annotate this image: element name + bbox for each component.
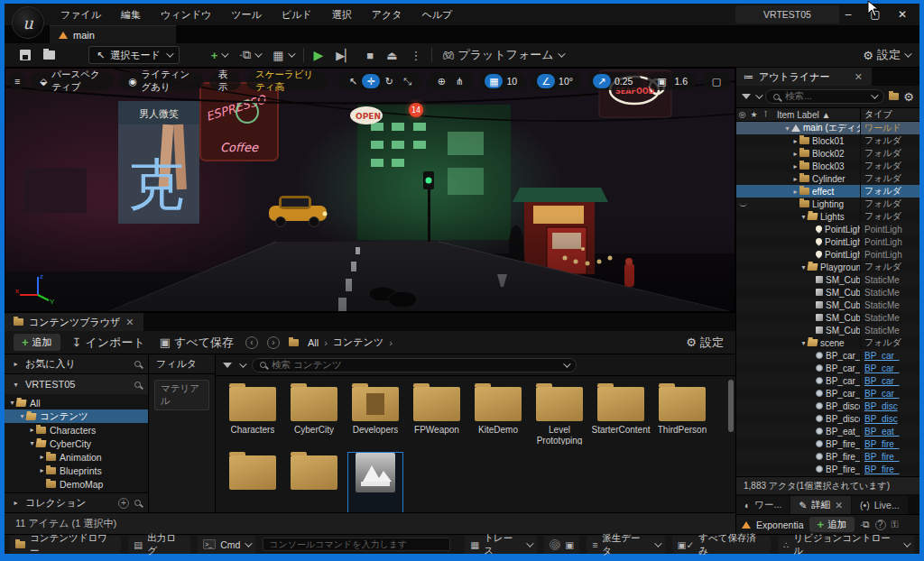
- asset-item-folder-Characters[interactable]: Characters: [225, 383, 281, 448]
- outliner-row[interactable]: BP_car_fly_bBP_car_: [736, 349, 919, 362]
- tab-world-settings[interactable]: ◐ ワー...: [736, 496, 790, 514]
- rotate-tool-button[interactable]: ↻: [380, 74, 398, 88]
- cmd-dropdown[interactable]: >_ Cmd: [198, 536, 255, 554]
- back-icon[interactable]: ‹: [245, 336, 258, 349]
- menu-ウィンドウ[interactable]: ウィンドウ: [152, 6, 220, 23]
- select-mode-dropdown[interactable]: ↖ 選択モード: [88, 46, 180, 64]
- stop-button[interactable]: ■: [364, 49, 376, 62]
- folder-tree-item-CyberCity[interactable]: ▾CyberCity: [5, 437, 148, 450]
- outliner-row[interactable]: ▾sceneフォルダ: [736, 336, 919, 349]
- asset-item-folder-KiteDemo[interactable]: KiteDemo: [470, 383, 526, 448]
- breadcrumb-root[interactable]: All: [308, 337, 319, 348]
- expand-arrow-icon[interactable]: ▸: [791, 150, 799, 158]
- level-viewport[interactable]: ESPRESSO Coffee 男人微笑 克: [5, 68, 735, 312]
- type-column[interactable]: タイプ: [860, 108, 919, 121]
- asset-item-folder-Developers[interactable]: Developers: [347, 383, 403, 448]
- outliner-row[interactable]: SM_Cube6StaticMe: [736, 324, 919, 336]
- outliner-row[interactable]: ▾Playgroundフォルダ: [736, 261, 919, 273]
- outliner-row[interactable]: SM_CubeStaticMe: [736, 273, 919, 286]
- folder-tree-item-Animation[interactable]: ▸Animation: [5, 450, 148, 464]
- search-icon[interactable]: [134, 382, 141, 388]
- lock-icon[interactable]: ⚿: [892, 519, 899, 530]
- cinematics-dropdown[interactable]: ▦: [270, 49, 295, 62]
- save-all-button[interactable]: ▣ すべて保存: [157, 335, 236, 351]
- outliner-row[interactable]: ▾Lightsフォルダ: [736, 210, 919, 223]
- outliner-row[interactable]: Lightingフォルダ: [736, 198, 919, 210]
- outliner-row[interactable]: BP_discoBP_disc: [736, 400, 919, 412]
- outliner-row[interactable]: BP_car_red1BP_car_: [736, 374, 919, 387]
- menu-アクタ[interactable]: アクタ: [363, 6, 411, 23]
- filter-chip-material[interactable]: マテリアル: [154, 380, 209, 410]
- outliner-row[interactable]: ▸Block01フォルダ: [736, 134, 919, 147]
- grid-snap-value[interactable]: 10: [503, 76, 521, 87]
- outliner-row[interactable]: BP_eat_stanBP_eat_: [736, 425, 919, 437]
- expand-arrow-icon[interactable]: ▾: [783, 124, 791, 133]
- close-button[interactable]: ✕: [889, 4, 916, 25]
- blueprints-dropdown[interactable]: ∙⧉: [236, 48, 263, 62]
- show-dropdown[interactable]: 表示: [209, 72, 241, 90]
- eject-button[interactable]: ⏏: [383, 49, 400, 62]
- tab-outliner[interactable]: ≔ アウトライナー ✕: [736, 68, 872, 86]
- tab-live-coding[interactable]: (•) Live...: [852, 496, 908, 514]
- favorite-column-icon[interactable]: ★: [748, 110, 760, 119]
- item-label-column[interactable]: Item Label ▲: [772, 110, 860, 120]
- scale-snap-toggle[interactable]: ↗: [593, 74, 611, 88]
- collections-header[interactable]: ▸コレクション +: [5, 492, 148, 512]
- camera-speed-value[interactable]: 1.6: [670, 76, 691, 87]
- search-icon[interactable]: [134, 361, 141, 367]
- tab-details[interactable]: ✎ 詳細 ✕: [790, 496, 851, 514]
- platforms-dropdown[interactable]: 🎮︎ プラットフォーム: [439, 47, 565, 63]
- output-log-button[interactable]: ▤出力ログ: [128, 536, 190, 554]
- asset-item-level[interactable]: [347, 452, 403, 512]
- menu-選択[interactable]: 選択: [323, 6, 361, 23]
- console-command-input[interactable]: コンソールコマンドを入力します: [263, 538, 450, 551]
- outliner-row[interactable]: ▸effectフォルダ: [736, 185, 919, 198]
- favorites-header[interactable]: ▸お気に入り: [5, 354, 148, 374]
- new-folder-icon[interactable]: [889, 93, 899, 100]
- asset-item-folder-FPWeapon[interactable]: FPWeapon: [409, 383, 465, 448]
- view-mode-dropdown[interactable]: ◉ ライティングあり: [119, 72, 203, 90]
- outliner-item-type[interactable]: BP_eat_: [860, 427, 919, 437]
- outliner-row[interactable]: SM_Cube5StaticMe: [736, 311, 919, 324]
- import-button[interactable]: ↧ インポート: [69, 335, 148, 351]
- folder-tree-item-コンテンツ[interactable]: ▾コンテンツ: [5, 409, 148, 423]
- filter-icon[interactable]: [742, 94, 751, 99]
- menu-ビルド[interactable]: ビルド: [273, 6, 321, 23]
- play-button[interactable]: ▶: [311, 48, 327, 62]
- rotation-snap-value[interactable]: 10°: [555, 76, 577, 87]
- folder-tree-item-Blueprints[interactable]: ▸Blueprints: [5, 464, 148, 477]
- rotation-snap-toggle[interactable]: ∠: [537, 74, 555, 88]
- maximize-viewport-button[interactable]: ▢: [707, 74, 725, 88]
- tab-level-main[interactable]: main: [50, 25, 176, 43]
- outliner-row[interactable]: PointLight3PointLigh: [736, 235, 919, 248]
- asset-item-folder[interactable]: [225, 452, 281, 512]
- scale-tool-button[interactable]: ⤡: [398, 74, 416, 88]
- tab-content-browser[interactable]: コンテンツブラウザ ✕: [5, 313, 143, 331]
- grid-snap-toggle[interactable]: ▦: [485, 74, 503, 88]
- outliner-row[interactable]: ▸Block03フォルダ: [736, 160, 919, 172]
- outliner-item-type[interactable]: BP_car_: [860, 351, 919, 361]
- blueprint-icon[interactable]: ∙⧉: [860, 519, 869, 530]
- outliner-item-type[interactable]: BP_car_: [860, 363, 919, 373]
- outliner-row[interactable]: BP_car_whitBP_car_: [736, 387, 919, 400]
- perspective-dropdown[interactable]: ⬙ パースペクティブ: [31, 72, 114, 90]
- outliner-row[interactable]: PointLight2PointLigh: [736, 223, 919, 235]
- play-options-button[interactable]: ⋮: [407, 49, 424, 62]
- breadcrumb-content[interactable]: コンテンツ: [333, 336, 383, 349]
- outliner-settings-icon[interactable]: ⚙: [903, 90, 914, 104]
- revision-control-button[interactable]: ∴リビジョンコントロール: [778, 536, 914, 554]
- asset-item-folder[interactable]: [286, 452, 342, 512]
- close-tab-icon[interactable]: ✕: [125, 317, 134, 328]
- folder-tree-item-All[interactable]: ▾All: [5, 396, 148, 409]
- scale-snap-value[interactable]: 0.25: [611, 76, 636, 87]
- minimize-button[interactable]: –: [835, 4, 862, 25]
- derived-data-dropdown[interactable]: ≡派生データ: [587, 536, 664, 554]
- outliner-item-type[interactable]: BP_fire_: [860, 464, 919, 474]
- content-settings-button[interactable]: ⚙設定: [683, 335, 726, 351]
- project-header[interactable]: ▾VRTEST05: [5, 374, 148, 394]
- outliner-row[interactable]: BP_fire_laddBP_fire_: [736, 450, 919, 463]
- scalability-warning-button[interactable]: スケーラビリティ高: [246, 72, 328, 90]
- select-tool-button[interactable]: ↖: [344, 74, 362, 88]
- menu-ヘルプ[interactable]: ヘルプ: [412, 6, 461, 23]
- outliner-item-type[interactable]: BP_car_: [860, 376, 919, 386]
